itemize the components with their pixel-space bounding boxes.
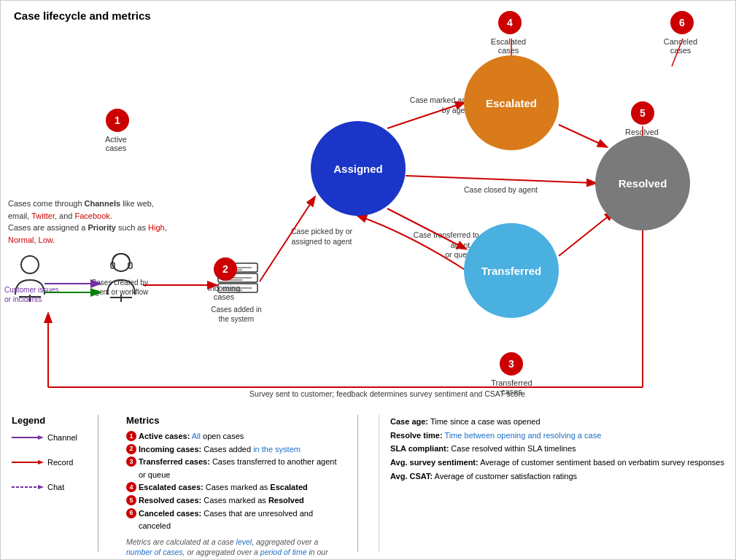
label-customer-issues: Customer issues or incidents (4, 285, 63, 304)
metrics-note: Metrics are calculated at a case level, … (126, 537, 337, 560)
metric-sla: SLA compliant: Case resolved within SLA … (390, 442, 724, 456)
legend-chat-label: Chat (47, 483, 64, 491)
legend-channel: Channel (12, 433, 77, 442)
metrics-col: Metrics 1 Active cases: All open cases 2… (119, 415, 337, 552)
annotation-survey: Survey sent to customer; feedback determ… (227, 389, 548, 400)
metric-case-age: Case age: Time since a case was opened (390, 415, 724, 429)
info-text: Cases come through Channels like web, em… (8, 198, 168, 246)
svg-marker-33 (38, 435, 44, 440)
node-transferred: Transferred (464, 223, 559, 318)
legend-divider (98, 415, 98, 552)
svg-point-18 (112, 254, 130, 271)
num-circle-5: 5 (631, 101, 654, 125)
metric-item-2: 2 Incoming cases: Cases added in the sys… (126, 443, 337, 456)
metric-survey: Avg. survey sentiment: Average of custom… (390, 456, 724, 470)
svg-marker-37 (38, 485, 44, 489)
num-circle-6: 6 (670, 11, 694, 34)
legend-channel-label: Channel (47, 433, 77, 442)
node-escalated: Escalated (464, 55, 559, 150)
right-metrics-col: Case age: Time since a case was opened R… (379, 415, 724, 552)
svg-line-5 (559, 125, 606, 147)
label-active-cases: Activecases (94, 135, 138, 152)
metric-item-6: 6 Canceled cases: Cases that are unresol… (126, 508, 337, 533)
label-escalated-cases: Escalatedcases (487, 37, 530, 55)
svg-line-8 (559, 212, 613, 256)
annotation-closed: Case closed by agent (464, 185, 581, 195)
label-cases-system: Cases added in the system (207, 305, 266, 324)
num-circle-1: 1 (106, 109, 129, 132)
num-circle-2: 2 (214, 257, 237, 281)
right-divider (357, 415, 358, 552)
legend-chat: Chat (12, 483, 77, 491)
metric-item-4: 4 Escalated cases: Cases marked as Escal… (126, 481, 337, 494)
legend-section: Legend Channel Record Chat (1, 408, 735, 559)
diagram-section: Case lifecycle and metrics (1, 1, 735, 409)
node-resolved: Resolved (595, 136, 690, 230)
legend-record: Record (12, 458, 77, 467)
annotation-assigned: Case picked by orassigned to agent (274, 227, 369, 246)
metrics-title: Metrics (126, 415, 337, 426)
legend-col: Legend Channel Record Chat (12, 415, 77, 552)
label-cases-created: Cases created byagent or workflow (87, 278, 152, 297)
svg-marker-35 (38, 460, 44, 464)
node-assigned: Assigned (311, 121, 406, 216)
main-container: Case lifecycle and metrics (0, 0, 736, 560)
svg-point-15 (21, 256, 39, 273)
metric-item-5: 5 Resolved cases: Cases marked as Resolv… (126, 494, 337, 508)
num-circle-4: 4 (498, 11, 522, 34)
legend-title: Legend (12, 415, 77, 426)
metric-csat: Avg. CSAT: Average of customer satisfact… (390, 470, 724, 483)
legend-record-label: Record (47, 458, 73, 467)
num-circle-3: 3 (500, 352, 523, 376)
metric-resolve-time: Resolve time: Time between opening and r… (390, 429, 724, 443)
metric-item-1: 1 Active cases: All open cases (126, 430, 337, 443)
page-title: Case lifecycle and metrics (14, 9, 151, 22)
svg-line-6 (406, 176, 595, 183)
label-canceled-cases: Canceledcases (659, 37, 702, 55)
metric-item-3: 3 Transferred cases: Cases transferred t… (126, 456, 337, 481)
